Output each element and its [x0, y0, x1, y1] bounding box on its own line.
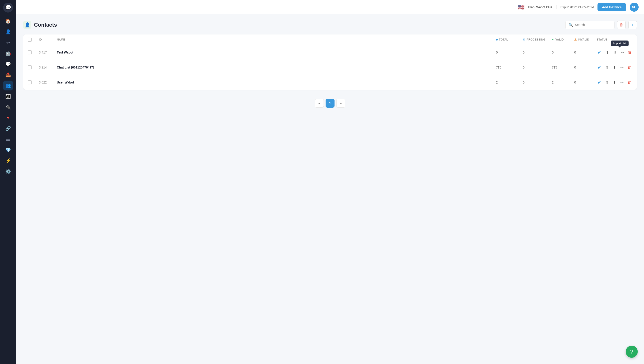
row2-checkbox[interactable]	[28, 65, 39, 69]
row3-total: 2	[496, 81, 523, 84]
row2-id: 3,214	[39, 66, 57, 69]
th-name: NAME	[57, 38, 496, 41]
contacts-table: ID NAME TOTAL ⚙ PROCESSING ✔ VALID ⚠ INV…	[23, 35, 637, 90]
table-row: 3,214 Chat List [601125476497] 715 0 715…	[23, 60, 637, 75]
row3-name: User Wabot	[57, 81, 496, 84]
row3-status-btn[interactable]: ✔	[596, 79, 602, 86]
header-checkbox[interactable]	[28, 38, 32, 42]
row3-import-btn[interactable]: ⬆	[604, 79, 610, 86]
chat-icon: 💬	[5, 61, 11, 67]
sidebar-item-broadcast[interactable]: 📤	[3, 70, 13, 80]
row1-name: Test Wabot	[57, 51, 496, 54]
topbar: 🇺🇸 Plan: Wabot Plus | Expire date: 21-05…	[16, 0, 644, 14]
th-invalid: ⚠ INVALID	[574, 38, 596, 41]
row1-import-btn[interactable]: ⬆	[604, 49, 611, 56]
row1-status-btn[interactable]: ✔	[596, 49, 602, 56]
row1-download-btn[interactable]: ⬇	[612, 49, 618, 56]
row3-actions: ✔ ⬆ ⬇ ✏ 🗑	[596, 79, 632, 86]
broadcast-icon: 📤	[5, 72, 11, 77]
sidebar-item-home[interactable]: 🏠	[3, 16, 13, 26]
user-icon: 👤	[5, 29, 11, 35]
settings-icon: ⚙️	[5, 169, 11, 174]
flag-icon: 🇺🇸	[518, 4, 524, 10]
filter-icon: 🔻	[5, 115, 11, 120]
row2-total: 715	[496, 66, 523, 69]
sidebar-item-users[interactable]: 👤	[3, 27, 13, 37]
page-title-icon: 👤	[23, 21, 31, 29]
contacts-icon: 👥	[5, 83, 11, 88]
row3-checkbox[interactable]	[28, 80, 39, 84]
share-icon: 🔗	[5, 126, 11, 131]
row1-delete-btn[interactable]: 🗑	[627, 49, 632, 56]
search-input[interactable]	[575, 23, 611, 27]
sidebar: 💬 🏠 👤 ↩ 🤖 💬 📤 👥 👨‍👩‍👧 🔌 🔻 🔗 ▬ 💎 ⚡ ⚙️	[0, 0, 16, 364]
reply-icon: ↩	[6, 40, 10, 45]
total-dot	[496, 39, 498, 41]
row1-valid: 0	[552, 51, 574, 54]
page-header: 👤 Contacts 🔍 🗑 ＋	[23, 21, 637, 29]
diamond-icon: 💎	[5, 147, 11, 153]
table-row: 3,417 Test Wabot 0 0 0 0 ✔ ⬆ Import List…	[23, 45, 637, 60]
sidebar-item-replies[interactable]: ↩	[3, 38, 13, 48]
sidebar-item-groups[interactable]: 👨‍👩‍👧	[3, 91, 13, 101]
integrations-icon: 🔌	[5, 104, 11, 110]
row2-processing: 0	[523, 66, 552, 69]
delete-button[interactable]: 🗑	[617, 21, 626, 29]
search-icon: 🔍	[569, 23, 573, 27]
table-row: 3,022 User Wabot 2 0 2 0 ✔ ⬆ ⬇ ✏ 🗑	[23, 75, 637, 90]
page-title-group: 👤 Contacts	[23, 21, 57, 29]
app-container: 🇺🇸 Plan: Wabot Plus | Expire date: 21-05…	[16, 0, 644, 364]
th-valid: ✔ VALID	[552, 38, 574, 41]
add-instance-button[interactable]: Add Instance	[598, 3, 626, 11]
row1-edit-btn[interactable]: ✏	[620, 49, 625, 56]
logo-icon: 💬	[5, 5, 11, 11]
sidebar-logo[interactable]: 💬	[3, 3, 13, 13]
expire-date: Expire date: 21-05-2024	[560, 5, 594, 9]
row3-download-btn[interactable]: ⬇	[612, 79, 618, 86]
pagination-current[interactable]: 1	[326, 99, 334, 108]
separator: |	[556, 5, 557, 10]
row1-total: 0	[496, 51, 523, 54]
row3-processing: 0	[523, 81, 552, 84]
row2-download-btn[interactable]: ⬇	[612, 64, 618, 71]
row2-valid: 715	[552, 66, 574, 69]
sidebar-item-bot[interactable]: 🤖	[3, 48, 13, 58]
table-header: ID NAME TOTAL ⚙ PROCESSING ✔ VALID ⚠ INV…	[23, 35, 637, 45]
search-box[interactable]: 🔍	[565, 21, 614, 29]
row1-id: 3,417	[39, 51, 57, 54]
valid-dot: ✔	[552, 38, 554, 41]
help-fab[interactable]: ?	[626, 346, 638, 358]
row2-import-btn[interactable]: ⬆	[604, 64, 610, 71]
row3-edit-btn[interactable]: ✏	[619, 79, 625, 86]
th-id: ID	[39, 38, 57, 41]
pagination-next[interactable]: »	[336, 99, 345, 108]
sidebar-item-workflow[interactable]: ⚡	[3, 156, 13, 166]
sidebar-item-contacts[interactable]: 👥	[3, 81, 13, 90]
avatar[interactable]: NU	[630, 3, 639, 12]
sidebar-item-settings[interactable]: ⚙️	[3, 166, 13, 176]
row3-delete-btn[interactable]: 🗑	[626, 79, 632, 86]
help-icon: ?	[630, 348, 633, 355]
sidebar-item-queue[interactable]: ▬	[3, 134, 13, 144]
plan-label: Plan: Wabot Plus	[528, 5, 552, 9]
row3-invalid: 0	[574, 81, 596, 84]
add-contact-button[interactable]: ＋	[628, 21, 637, 29]
pagination: « 1 »	[23, 99, 637, 108]
row3-valid: 2	[552, 81, 574, 84]
page-actions: 🔍 🗑 ＋	[565, 21, 637, 29]
row2-invalid: 0	[574, 66, 596, 69]
pagination-prev[interactable]: «	[315, 99, 324, 108]
queue-icon: ▬	[6, 137, 10, 142]
row1-checkbox[interactable]	[28, 50, 39, 54]
row2-status-btn[interactable]: ✔	[596, 64, 602, 71]
home-icon: 🏠	[5, 18, 11, 24]
sidebar-item-chat[interactable]: 💬	[3, 59, 13, 69]
sidebar-item-share[interactable]: 🔗	[3, 124, 13, 133]
sidebar-item-diamond[interactable]: 💎	[3, 145, 13, 155]
processing-dot: ⚙	[523, 38, 526, 41]
sidebar-item-integrations[interactable]: 🔌	[3, 102, 13, 112]
row2-edit-btn[interactable]: ✏	[619, 64, 625, 71]
row2-delete-btn[interactable]: 🗑	[626, 64, 632, 71]
sidebar-item-filter[interactable]: 🔻	[3, 113, 13, 123]
row2-name: Chat List [601125476497]	[57, 66, 496, 69]
